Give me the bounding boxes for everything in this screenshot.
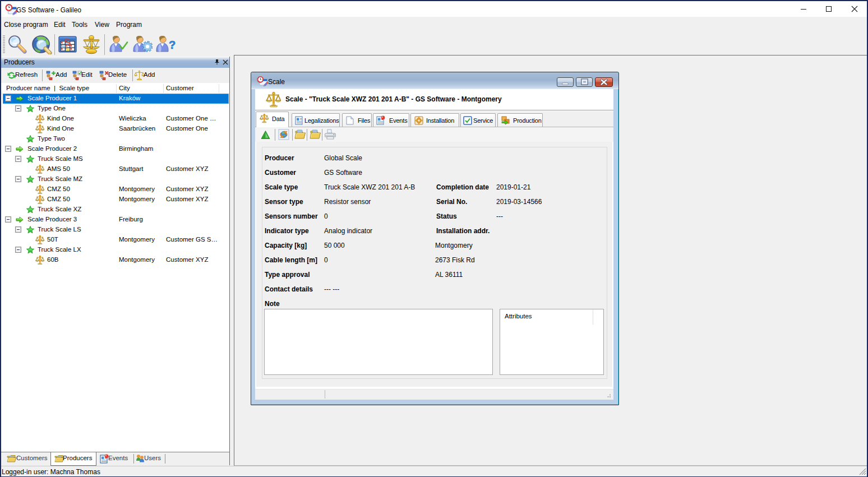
svg-text:?: ? bbox=[169, 39, 176, 51]
